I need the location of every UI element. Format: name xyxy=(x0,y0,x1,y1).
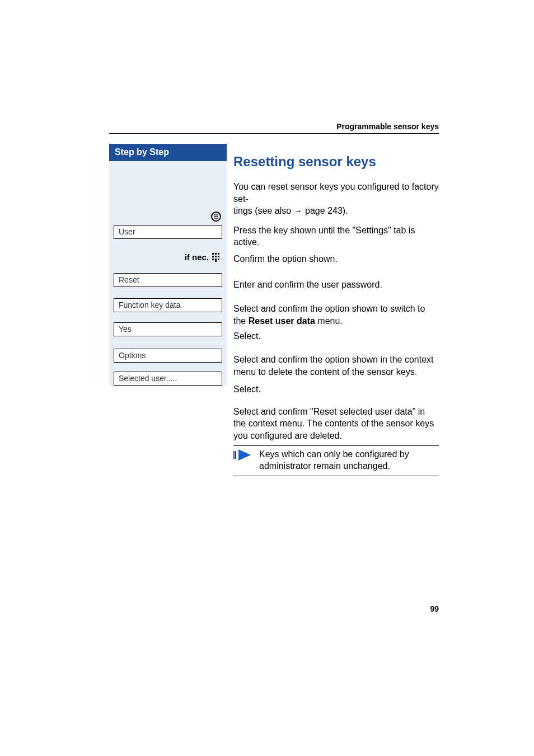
intro-line-1: You can reset sensor keys you configured… xyxy=(233,182,439,204)
step-by-step-header: Step by Step xyxy=(109,144,227,161)
keypad-icon xyxy=(212,253,221,262)
menu-item-function-key-data[interactable]: Function key data xyxy=(114,298,222,312)
reset-user-data-bold: Reset user data xyxy=(249,316,315,326)
header-rule xyxy=(109,133,439,134)
if-nec-label: if nec. xyxy=(185,252,209,262)
left-column: Step by Step User if nec. xyxy=(109,144,227,386)
if-nec-row: if nec. xyxy=(114,252,222,262)
menu-item-options[interactable]: Options xyxy=(114,349,222,363)
select-text-1: Select. xyxy=(233,330,439,342)
intro-line-2b: page 243). xyxy=(303,206,348,215)
note-text: Keys which can only be configured by adm… xyxy=(259,448,439,472)
select-text-2: Select. xyxy=(233,383,439,396)
selected-user-text: Select and confirm "Reset selected user … xyxy=(233,406,439,442)
note-box: Keys which can only be configured by adm… xyxy=(233,445,439,476)
menu-item-yes[interactable]: Yes xyxy=(114,322,222,336)
reset-select-b: menu. xyxy=(315,316,343,326)
enter-password-text: Enter and confirm the user password. xyxy=(233,279,439,291)
intro-line-2a: tings (see also xyxy=(233,206,294,215)
two-column-layout: Step by Step User if nec. xyxy=(109,144,439,605)
right-column: Resetting sensor keys You can reset sens… xyxy=(227,144,439,476)
settings-key-row xyxy=(114,212,222,222)
section-heading: Resetting sensor keys xyxy=(233,154,439,170)
intro-paragraph: You can reset sensor keys you configured… xyxy=(233,181,439,217)
menu-item-selected-user[interactable]: Selected user..... xyxy=(114,372,222,386)
yes-text: Select and confirm the option shown in t… xyxy=(233,354,439,378)
press-key-text: Press the key shown until the "Settings"… xyxy=(233,224,439,248)
manual-page: Programmable sensor keys Step by Step Us… xyxy=(0,0,534,756)
note-arrow-icon xyxy=(233,449,254,462)
menu-item-user[interactable]: User xyxy=(114,225,222,239)
running-header: Programmable sensor keys xyxy=(336,122,439,131)
confirm-option-text: Confirm the option shown. xyxy=(233,253,439,265)
reset-select-text: Select and confirm the option shown to s… xyxy=(233,303,439,327)
settings-key-icon xyxy=(211,212,221,222)
arrow-icon: → xyxy=(294,206,303,215)
page-number: 99 xyxy=(430,604,439,613)
left-shaded-area: User if nec. Reset Funct xyxy=(109,161,227,386)
menu-item-reset[interactable]: Reset xyxy=(114,273,222,287)
